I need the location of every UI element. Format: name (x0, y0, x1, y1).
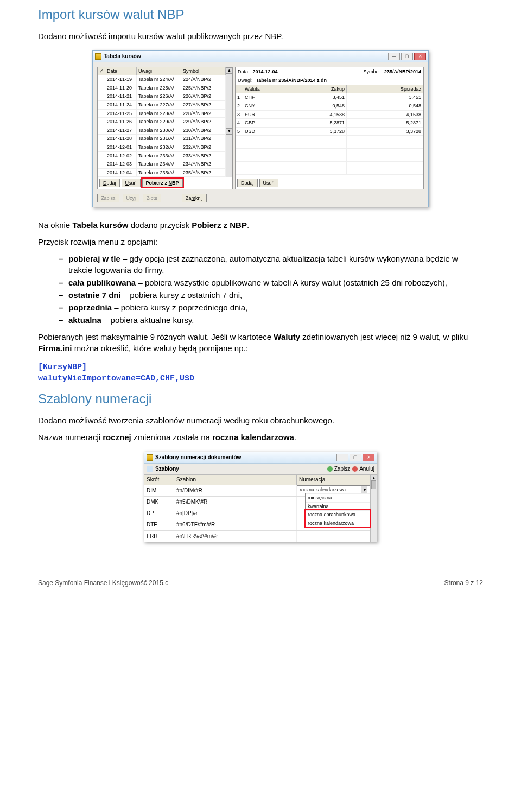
zlote-button[interactable]: Złote (143, 194, 161, 202)
table-row[interactable]: 2014-11-24Tabela nr 227/A/227/A/NBP/2 (98, 101, 226, 110)
list-item: poprzednia – pobiera kursy z poprzednieg… (59, 302, 483, 313)
footer-left: Sage Symfonia Finanse i Księgowość 2015.… (38, 579, 168, 588)
table-row[interactable]: 2014-12-03Tabela nr 234/A/234/A/NBP/2 (98, 160, 226, 169)
table-row[interactable]: 2014-11-20Tabela nr 225/A/225/A/NBP/2 (98, 84, 226, 93)
pobierz-z-nbp-button[interactable]: Pobierz z NBP (142, 179, 183, 187)
window-title: Tabela kursów (104, 53, 388, 60)
table-row (236, 142, 423, 149)
table-row[interactable]: 2014-11-21Tabela nr 226/A/226/A/NBP/2 (98, 92, 226, 101)
heading-szablony: Szablony numeracji (38, 390, 483, 408)
titlebar: Szablony numeracji dokumentów — ▢ ✕ (144, 452, 377, 464)
list-item: aktualna – pobiera aktualne kursy. (59, 314, 483, 326)
screenshot-tabela-kursow: Tabela kursów — ▢ ✕ ✓ Data Uwagi (38, 50, 483, 208)
grid-scrollbar[interactable]: ▴ (370, 475, 377, 542)
left-pane: ✓ Data Uwagi Symbol 2014-11-19Tabela nr … (97, 67, 233, 190)
dropdown-option[interactable]: roczna obrachunkowa (306, 510, 370, 519)
grid-header: Skrót Szablon Numeracja (144, 475, 370, 485)
options-list: pobieraj w tle – gdy opcja jest zaznaczo… (38, 253, 483, 326)
table-row (236, 168, 423, 175)
code-block-kursynbp: [KursyNBP] walutyNieImportowane=CAD,CHF,… (38, 361, 483, 384)
table-row[interactable]: FRR#n\FRR\#d\#m\#r (144, 530, 370, 542)
left-usun-button[interactable]: Usuń (122, 179, 141, 187)
left-scrollbar[interactable]: ▴ ▾ (226, 67, 232, 177)
toolbar-anuluj-button[interactable]: Anuluj (352, 465, 374, 473)
table-row (236, 136, 423, 142)
table-row[interactable]: 2014-11-27Tabela nr 230/A/230/A/NBP/2 (98, 126, 226, 135)
paragraph-okno-tabela: Na oknie Tabela kursów dodano przycisk P… (38, 219, 483, 231)
paragraph-nazwa-numeracji: Nazwa numeracji rocznej zmieniona został… (38, 432, 483, 443)
table-row[interactable]: 3EUR4,15384,1538 (236, 111, 423, 119)
window-icon (147, 454, 153, 461)
window-icon (95, 53, 101, 60)
dropdown-option[interactable]: miesięczna (306, 493, 370, 502)
minimize-button[interactable]: — (336, 454, 348, 461)
left-table-header: ✓ Data Uwagi Symbol (98, 67, 226, 76)
right-table-header: Waluta Zakup Sprzedaż (236, 85, 423, 94)
footer-right: Strona 9 z 12 (444, 579, 483, 588)
table-row[interactable]: 5USD3,37283,3728 (236, 128, 423, 136)
list-item: ostatnie 7 dni – pobiera kursy z ostatni… (59, 289, 483, 301)
table-row[interactable]: 1CHF3,4513,451 (236, 93, 423, 102)
check-icon (327, 466, 333, 472)
szablony-grid: Skrót Szablon Numeracja DIM#n/DIM/#Rrocz… (144, 475, 370, 542)
window-footer-buttons: Zapisz Użyj Złote Zamknij (95, 192, 426, 205)
list-item: cała publikowana – pobiera wszystkie opu… (59, 277, 483, 288)
right-usun-button[interactable]: Usuń (259, 179, 278, 187)
right-pane: Data: 2014-12-04 Symbol: 235/A/NBP/2014 … (235, 67, 424, 190)
dropdown-option[interactable]: kwartalna (306, 502, 370, 511)
right-table-body: 1CHF3,4513,4512CNY0,5480,5483EUR4,15384,… (236, 93, 423, 175)
document-icon (147, 466, 153, 472)
zamknij-button[interactable]: Zamknij (182, 194, 207, 202)
maximize-button[interactable]: ▢ (401, 53, 413, 60)
cancel-icon (352, 466, 358, 472)
maximize-button[interactable]: ▢ (350, 454, 361, 461)
right-dodaj-button[interactable]: Dodaj (237, 179, 258, 187)
table-row[interactable]: 2014-11-19Tabela nr 224/A/224/A/NBP/2 (98, 75, 226, 84)
close-button[interactable]: ✕ (414, 53, 426, 60)
window-szablony: Szablony numeracji dokumentów — ▢ ✕ Szab… (144, 452, 377, 542)
paragraph-menu-opcje: Przycisk rozwija menu z opcjami: (38, 236, 483, 248)
toolbar: Szablony Zapisz Anuluj (144, 464, 377, 475)
uzyj-button[interactable]: Użyj (123, 194, 140, 202)
table-row[interactable]: 2014-11-26Tabela nr 229/A/229/A/NBP/2 (98, 118, 226, 126)
heading-import-kursow: Import kursów walut NBP (38, 5, 483, 24)
list-item: pobieraj w tle – gdy opcja jest zaznaczo… (59, 253, 483, 276)
titlebar: Tabela kursów — ▢ ✕ (92, 50, 429, 62)
dropdown-option[interactable]: roczna kalendarzowa (306, 519, 370, 528)
screenshot-szablony: Szablony numeracji dokumentów — ▢ ✕ Szab… (38, 452, 483, 542)
table-row[interactable]: 4GBP5,28715,2871 (236, 119, 423, 128)
minimize-button[interactable]: — (388, 53, 400, 60)
zapisz-button[interactable]: Zapisz (97, 194, 119, 202)
chevron-down-icon: ▾ (361, 486, 367, 493)
window-tabela-kursow: Tabela kursów — ▢ ✕ ✓ Data Uwagi (92, 50, 429, 208)
left-dodaj-button[interactable]: Dodaj (99, 179, 120, 187)
table-row (236, 149, 423, 155)
paragraph-szablony: Dodano możliwość tworzenia szablonów num… (38, 415, 483, 426)
table-row[interactable]: DIM#n/DIM/#Rroczna kalendarzowa▾miesięcz… (144, 485, 370, 496)
paragraph-pobieranych: Pobieranych jest maksymalnie 9 różnych w… (38, 331, 483, 354)
table-row[interactable]: 2014-12-02Tabela nr 233/A/233/A/NBP/2 (98, 152, 226, 161)
toolbar-title: Szablony (155, 465, 179, 473)
toolbar-zapisz-button[interactable]: Zapisz (327, 465, 350, 473)
table-row[interactable]: 2014-11-25Tabela nr 228/A/228/A/NBP/2 (98, 110, 226, 118)
table-row (236, 155, 423, 162)
left-table-body: 2014-11-19Tabela nr 224/A/224/A/NBP/2201… (98, 75, 226, 177)
table-row[interactable]: 2014-12-04Tabela nr 235/A/235/A/NBP/2 (98, 169, 226, 177)
window-title: Szablony numeracji dokumentów (155, 454, 336, 461)
table-row[interactable]: 2014-11-28Tabela nr 231/A/231/A/NBP/2 (98, 135, 226, 143)
intro-paragraph: Dodano możliwość importu kursów walut pu… (38, 30, 483, 42)
page-footer: Sage Symfonia Finanse i Księgowość 2015.… (38, 575, 483, 588)
table-row (236, 162, 423, 168)
dropdown-list: miesięcznakwartalnaroczna obrachunkowaro… (305, 493, 370, 528)
close-button[interactable]: ✕ (363, 454, 374, 461)
table-row[interactable]: 2CNY0,5480,548 (236, 102, 423, 111)
table-row[interactable]: 2014-12-01Tabela nr 232/A/232/A/NBP/2 (98, 143, 226, 152)
